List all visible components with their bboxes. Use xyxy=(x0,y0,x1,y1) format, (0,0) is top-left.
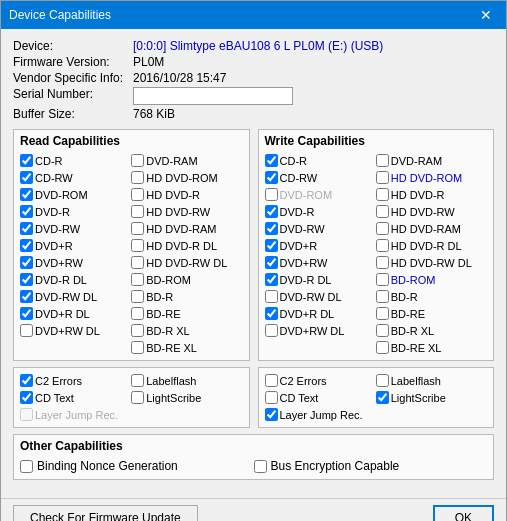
cap-checkbox[interactable] xyxy=(376,256,389,269)
cap-checkbox[interactable] xyxy=(376,154,389,167)
cap-checkbox[interactable] xyxy=(20,256,33,269)
cap-item: DVD-RW xyxy=(265,220,376,237)
cap-checkbox[interactable] xyxy=(265,273,278,286)
cap-checkbox[interactable] xyxy=(376,290,389,303)
cap-checkbox[interactable] xyxy=(376,341,389,354)
cap-checkbox[interactable] xyxy=(376,307,389,320)
cap-item: HD DVD-ROM xyxy=(376,169,487,186)
extra-label: Layer Jump Rec. xyxy=(35,409,118,421)
cap-checkbox[interactable] xyxy=(131,273,144,286)
cap-checkbox[interactable] xyxy=(131,171,144,184)
cap-checkbox[interactable] xyxy=(265,205,278,218)
cap-checkbox[interactable] xyxy=(20,222,33,235)
extra-checkbox[interactable] xyxy=(265,374,278,387)
cap-checkbox[interactable] xyxy=(265,188,278,201)
cap-label: HD DVD-ROM xyxy=(391,172,463,184)
extra-checkbox[interactable] xyxy=(265,408,278,421)
cap-label: CD-RW xyxy=(280,172,318,184)
cap-label: DVD+RW DL xyxy=(280,325,345,337)
close-button[interactable]: ✕ xyxy=(474,6,498,24)
other-cap-checkbox[interactable] xyxy=(254,460,267,473)
extra-checkbox[interactable] xyxy=(131,374,144,387)
cap-checkbox[interactable] xyxy=(376,239,389,252)
firmware-update-button[interactable]: Check For Firmware Update xyxy=(13,505,198,521)
cap-checkbox[interactable] xyxy=(376,171,389,184)
cap-checkbox[interactable] xyxy=(131,222,144,235)
cap-checkbox[interactable] xyxy=(265,239,278,252)
device-value: [0:0:0] Slimtype eBAU108 6 L PL0M (E:) (… xyxy=(133,39,494,53)
cap-item: HD DVD-R xyxy=(376,186,487,203)
cap-checkbox[interactable] xyxy=(20,154,33,167)
other-cap-item: Bus Encryption Capable xyxy=(254,457,488,475)
cap-label: DVD-ROM xyxy=(280,189,333,201)
cap-checkbox[interactable] xyxy=(20,171,33,184)
cap-checkbox[interactable] xyxy=(265,222,278,235)
cap-checkbox[interactable] xyxy=(376,188,389,201)
cap-item: HD DVD-R xyxy=(131,186,242,203)
cap-checkbox[interactable] xyxy=(131,324,144,337)
cap-item: BD-R XL xyxy=(131,322,242,339)
extra-checkbox[interactable] xyxy=(376,374,389,387)
other-cap-checkbox[interactable] xyxy=(20,460,33,473)
cap-label: CD-RW xyxy=(35,172,73,184)
cap-label: HD DVD-ROM xyxy=(146,172,218,184)
cap-item: DVD+R DL xyxy=(20,305,131,322)
extra-label: CD Text xyxy=(35,392,74,404)
extra-checkbox[interactable] xyxy=(20,391,33,404)
extra-label: C2 Errors xyxy=(35,375,82,387)
cap-checkbox[interactable] xyxy=(265,290,278,303)
extra-checkbox[interactable] xyxy=(20,374,33,387)
cap-checkbox[interactable] xyxy=(20,188,33,201)
cap-item: DVD-ROM xyxy=(265,186,376,203)
cap-checkbox[interactable] xyxy=(376,222,389,235)
cap-checkbox[interactable] xyxy=(20,307,33,320)
cap-checkbox[interactable] xyxy=(265,171,278,184)
extra-item: C2 Errors xyxy=(265,372,376,389)
cap-checkbox[interactable] xyxy=(20,239,33,252)
cap-item: DVD-RW DL xyxy=(265,288,376,305)
cap-item: HD DVD-RW DL xyxy=(376,254,487,271)
cap-checkbox[interactable] xyxy=(265,324,278,337)
cap-checkbox[interactable] xyxy=(131,256,144,269)
cap-label: DVD-R DL xyxy=(280,274,332,286)
cap-label: BD-ROM xyxy=(391,274,436,286)
cap-checkbox[interactable] xyxy=(20,205,33,218)
cap-checkbox[interactable] xyxy=(20,290,33,303)
cap-checkbox[interactable] xyxy=(376,324,389,337)
extra-label: LightScribe xyxy=(146,392,201,404)
cap-checkbox[interactable] xyxy=(131,290,144,303)
cap-label: BD-ROM xyxy=(146,274,191,286)
cap-checkbox[interactable] xyxy=(131,205,144,218)
cap-label: HD DVD-RW xyxy=(146,206,210,218)
cap-checkbox[interactable] xyxy=(20,324,33,337)
ok-button[interactable]: OK xyxy=(433,505,494,521)
cap-label: DVD+R xyxy=(280,240,318,252)
cap-checkbox[interactable] xyxy=(131,154,144,167)
extra-checkbox[interactable] xyxy=(265,391,278,404)
cap-label: BD-RE xyxy=(146,308,180,320)
cap-checkbox[interactable] xyxy=(376,273,389,286)
cap-label: BD-R xyxy=(391,291,418,303)
cap-checkbox[interactable] xyxy=(20,273,33,286)
cap-checkbox[interactable] xyxy=(376,205,389,218)
cap-label: BD-R XL xyxy=(391,325,434,337)
caps-section: Read Capabilities CD-RDVD-RAMCD-RWHD DVD… xyxy=(13,129,494,361)
buffer-value: 768 KiB xyxy=(133,107,494,121)
extra-checkbox[interactable] xyxy=(376,391,389,404)
cap-item: DVD-R DL xyxy=(265,271,376,288)
cap-label: DVD+RW DL xyxy=(35,325,100,337)
cap-checkbox[interactable] xyxy=(265,307,278,320)
extra-checkbox[interactable] xyxy=(131,391,144,404)
cap-checkbox[interactable] xyxy=(131,341,144,354)
cap-checkbox[interactable] xyxy=(131,239,144,252)
cap-checkbox[interactable] xyxy=(131,307,144,320)
extra-label: Layer Jump Rec. xyxy=(280,409,363,421)
cap-item: DVD+RW xyxy=(265,254,376,271)
other-items: Binding Nonce GenerationBus Encryption C… xyxy=(20,457,487,475)
cap-checkbox[interactable] xyxy=(265,154,278,167)
cap-label: DVD-RW DL xyxy=(35,291,97,303)
cap-checkbox[interactable] xyxy=(131,188,144,201)
cap-item: BD-R xyxy=(131,288,242,305)
cap-checkbox[interactable] xyxy=(265,256,278,269)
content-area: Device: [0:0:0] Slimtype eBAU108 6 L PL0… xyxy=(1,29,506,498)
